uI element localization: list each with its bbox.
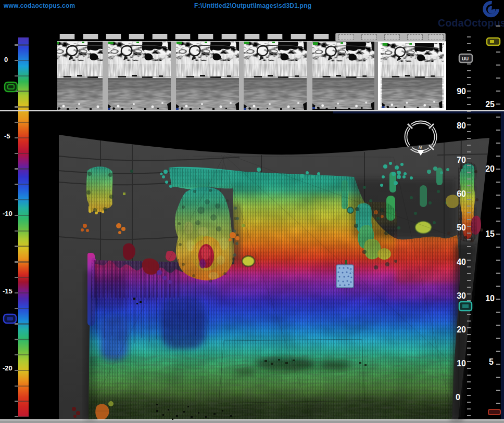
svg-text:15: 15 (485, 229, 495, 238)
svg-text:70: 70 (457, 156, 466, 164)
svg-text:UU: UU (462, 56, 469, 61)
svg-text:20: 20 (457, 325, 466, 334)
svg-text:25: 25 (485, 100, 495, 109)
svg-text:90: 90 (457, 87, 466, 96)
svg-text:40: 40 (457, 258, 466, 266)
svg-text:80: 80 (457, 121, 466, 130)
svg-text:20: 20 (485, 164, 495, 173)
svg-text:10: 10 (485, 294, 495, 303)
svg-text:50: 50 (457, 223, 466, 232)
svg-text:60: 60 (457, 189, 466, 198)
svg-text:10: 10 (457, 359, 466, 368)
svg-text:5: 5 (489, 357, 494, 366)
svg-text:30: 30 (457, 291, 466, 300)
svg-text:0: 0 (456, 393, 460, 402)
svg-text:N: N (418, 145, 422, 150)
